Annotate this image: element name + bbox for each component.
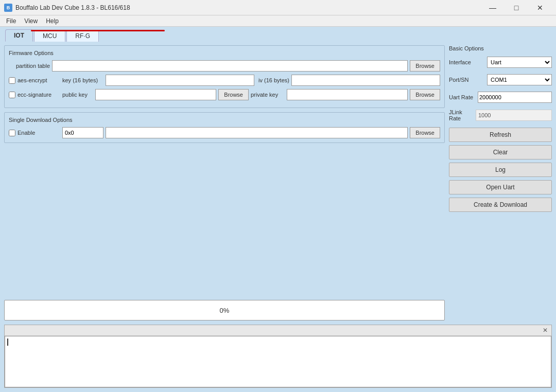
private-key-label: private key [251,92,285,98]
single-browse[interactable]: Browse [410,127,440,138]
public-key-browse[interactable]: Browse [218,89,249,100]
address-input[interactable] [62,127,103,138]
aes-encrypt-row: aes-encrypt key (16 bytes) iv (16 bytes) [9,75,440,86]
tab-mcu-label: MCU [43,32,57,40]
public-key-label: public key [62,92,93,98]
firmware-options-section: Firmware Options partition table Browse … [4,45,445,108]
private-key-browse[interactable]: Browse [410,89,440,100]
left-spacer [4,147,445,296]
tab-rf[interactable]: RF·G [66,30,99,42]
window-controls[interactable]: — □ ✕ [481,0,552,15]
aes-iv-input[interactable] [291,75,440,86]
enable-label: Enable [18,130,35,136]
interface-row: Interface Uart JLink OpenOCD [449,57,552,68]
minimize-button[interactable]: — [481,0,505,15]
port-sn-row: Port/SN COM1 COM2 COM3 [449,74,552,85]
ecc-signature-row: ecc-signature public key Browse private … [9,89,440,100]
ecc-signature-label: ecc-signature [18,92,51,98]
aes-encrypt-checkbox-label[interactable]: aes-encrypt [9,77,60,84]
menu-view[interactable]: View [20,16,42,26]
aes-encrypt-checkbox[interactable] [9,77,15,84]
partition-table-label: partition table [9,63,50,69]
jlink-rate-row: JLink Rate [449,109,552,121]
progress-container: 0% [4,300,445,320]
firmware-options-title: Firmware Options [9,50,440,56]
menu-file[interactable]: File [2,16,20,26]
bottom-log-header: ✕ [5,325,551,336]
aes-key-label: key (16 bytes) [62,77,103,83]
single-download-section: Single Download Options Enable Browse [4,112,445,143]
left-panel: Firmware Options partition table Browse … [4,45,445,320]
close-button[interactable]: ✕ [528,0,552,15]
maximize-button[interactable]: □ [505,0,528,15]
log-area[interactable] [5,336,551,387]
open-uart-button[interactable]: Open Uart [449,180,552,194]
port-sn-label: Port/SN [449,77,485,83]
enable-checkbox[interactable] [9,130,15,136]
tab-bar: IOT MCU RF·G [0,27,556,41]
title-bar: B Bouffalo Lab Dev Cube 1.8.3 - BL616/61… [0,0,556,15]
tab-red-line [31,30,165,31]
right-panel: Basic Options Interface Uart JLink OpenO… [449,45,552,320]
tab-mcu[interactable]: MCU [34,30,65,42]
create-download-button[interactable]: Create & Download [449,198,552,212]
bottom-log-section: ✕ [4,325,552,388]
ecc-signature-checkbox[interactable] [9,92,15,98]
public-key-input[interactable] [95,89,216,100]
port-sn-select[interactable]: COM1 COM2 COM3 [487,74,552,85]
uart-rate-row: Uart Rate 2000000 [449,92,552,103]
ecc-signature-checkbox-label[interactable]: ecc-signature [9,92,60,98]
interface-select[interactable]: Uart JLink OpenOCD [487,57,552,68]
partition-table-browse[interactable]: Browse [410,60,440,72]
uart-rate-input[interactable]: 2000000 [478,92,552,103]
aes-iv-label: iv (16 bytes) [258,77,289,83]
enable-checkbox-label[interactable]: Enable [9,130,60,136]
tab-rf-label: RF·G [75,32,90,40]
main-content: Firmware Options partition table Browse … [0,41,556,325]
app-icon: B [4,4,12,12]
title-bar-left: B Bouffalo Lab Dev Cube 1.8.3 - BL616/61… [4,4,130,12]
window-title: Bouffalo Lab Dev Cube 1.8.3 - BL616/618 [15,4,130,11]
private-key-input[interactable] [287,89,408,100]
menu-bar: File View Help [0,15,556,27]
basic-options-title: Basic Options [449,45,552,51]
bottom-log-close-icon[interactable]: ✕ [541,326,549,334]
interface-label: Interface [449,59,485,65]
single-file-input[interactable] [106,127,408,138]
clear-button[interactable]: Clear [449,145,552,159]
uart-rate-label: Uart Rate [449,94,476,100]
refresh-button[interactable]: Refresh [449,128,552,142]
single-download-title: Single Download Options [9,117,440,123]
jlink-rate-input[interactable] [476,110,552,121]
jlink-rate-label: JLink Rate [449,109,474,121]
menu-help[interactable]: Help [42,16,63,26]
aes-key-input[interactable] [106,75,254,86]
aes-encrypt-label: aes-encrypt [18,77,47,83]
tab-iot-label: IOT [14,32,24,39]
partition-table-row: partition table Browse [9,60,440,72]
enable-row: Enable Browse [9,127,440,138]
tab-iot[interactable]: IOT [5,29,33,42]
log-cursor [7,338,8,346]
partition-table-input[interactable] [52,60,408,72]
progress-text: 0% [220,307,230,314]
log-button[interactable]: Log [449,163,552,177]
